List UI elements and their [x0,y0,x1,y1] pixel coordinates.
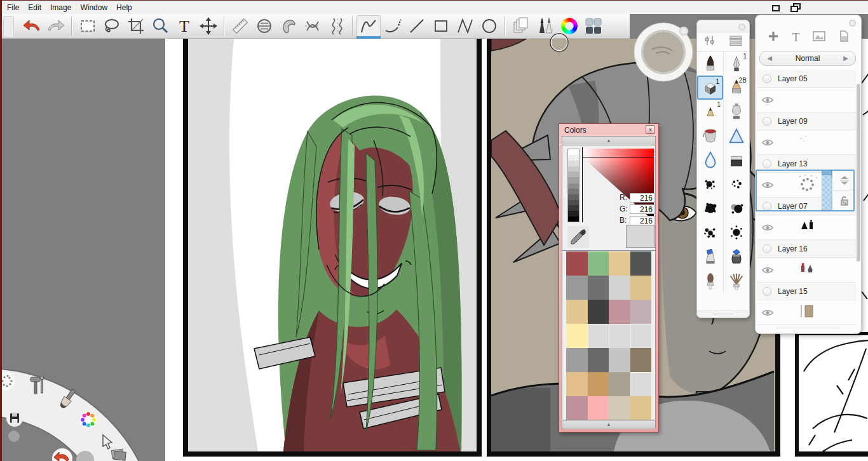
colors-collapse-bar-bottom[interactable]: ▲ [562,420,655,429]
layer-thumb-row[interactable] [757,88,856,112]
channel-value-b[interactable]: 216 [630,216,655,225]
palette-swatch[interactable] [566,324,588,348]
tool-ruler-icon[interactable] [228,15,252,37]
tool-text-icon[interactable]: T [172,15,196,37]
tool-crop-icon[interactable] [124,15,148,37]
layers-panel-resize-handle[interactable] [776,328,840,330]
tool-curve-icon[interactable] [356,15,381,37]
blend-next-icon[interactable]: ▶ [837,52,854,63]
palette-swatch[interactable] [588,300,609,324]
brush-fan-brush[interactable] [723,269,749,293]
panel-gadget-icon[interactable] [738,23,745,30]
palette-swatch[interactable] [566,251,588,276]
comic-panel-1[interactable] [183,39,482,457]
brush-marker-blue[interactable] [697,244,723,269]
palette-swatch[interactable] [609,396,630,420]
colors-collapse-bar[interactable]: ▲ [562,137,655,145]
add-layer-button[interactable] [768,30,779,44]
palette-swatch[interactable] [588,276,609,300]
tool-line-icon[interactable] [405,15,429,37]
tool-smudge-icon[interactable] [276,15,301,37]
palette-swatch[interactable] [609,372,630,396]
tool-rect-select-icon[interactable] [76,15,100,37]
layer-thumb-row[interactable] [757,215,856,240]
brush-palette-header[interactable] [697,20,749,33]
layer-name-row[interactable]: Layer 09 [757,112,856,130]
tool-undo-icon[interactable] [20,15,44,37]
current-color-swatch[interactable] [626,225,655,248]
tool-distort-v-icon[interactable] [325,15,349,37]
palette-swatch[interactable] [588,372,609,396]
toolbar-grip[interactable] [3,16,14,37]
palette-swatch[interactable] [566,372,588,396]
tool-lasso-icon[interactable] [100,15,124,37]
layer-thumb-row[interactable] [757,130,856,155]
menu-item-edit[interactable]: Edit [28,3,41,12]
layer-radio[interactable] [763,159,771,168]
menu-item-file[interactable]: File [7,3,19,12]
brush-ink-brush[interactable] [697,51,723,76]
tool-ellipse-icon[interactable] [477,15,501,37]
layer-name-row[interactable]: Layer 16 [757,240,856,258]
layer-name-row[interactable]: Layer 15 [757,283,856,300]
brush-settings-icon[interactable] [704,36,715,48]
brush-gradient-triangle[interactable] [723,124,749,148]
palette-swatch[interactable] [588,324,609,348]
loupe-widget[interactable] [633,22,695,83]
brush-splatter-small[interactable] [697,172,723,196]
layer-lock-icon[interactable] [833,190,855,210]
tool-duplicate-layers-icon[interactable] [509,15,533,37]
layers-scrollbar[interactable] [857,84,860,262]
palette-swatch[interactable] [566,396,588,420]
menu-item-window[interactable]: Window [80,3,107,12]
tool-dotted-curve-icon[interactable] [381,15,405,37]
palette-swatch[interactable] [566,300,588,324]
tool-perspective-icon[interactable] [252,15,276,37]
tool-distort-h-icon[interactable] [301,15,325,37]
hue-gradient-bar[interactable] [583,149,654,157]
brush-eraser-cube[interactable]: 1 [697,76,723,100]
palette-swatch[interactable] [588,396,609,420]
tool-palette-grid-icon[interactable] [581,15,606,37]
visibility-eye-icon[interactable] [762,309,773,317]
colors-window-titlebar[interactable]: Colors x [559,124,658,136]
layer-thumb-row[interactable] [757,258,856,283]
brush-eraser-block[interactable] [723,148,749,172]
brush-round-brush[interactable] [697,269,723,293]
text-layer-button[interactable]: T [792,30,800,44]
blend-prev-icon[interactable]: ◀ [761,52,778,63]
channel-value-r[interactable]: 216 [630,193,655,203]
palette-swatch[interactable] [630,348,652,372]
palette-swatch[interactable] [630,251,652,276]
palette-swatch[interactable] [630,324,652,348]
brush-small-brush[interactable]: 1 [697,100,723,124]
brush-pencil[interactable]: 2B [723,76,749,100]
tool-rectangle-icon[interactable] [429,15,453,37]
palette-swatch[interactable] [566,276,588,300]
visibility-eye-icon[interactable] [762,266,773,274]
brush-list-icon[interactable] [729,36,742,48]
window-minimize-icon[interactable] [771,3,782,11]
brush-palette-resize-handle[interactable] [697,311,749,317]
brush-paint-bucket[interactable] [697,124,723,148]
grayscale-ramp[interactable] [567,149,580,222]
layer-opacity-strip[interactable] [822,170,832,210]
eyedropper-button[interactable] [567,226,589,248]
tool-wheel[interactable] [2,353,154,461]
comic-panel-3[interactable] [795,332,868,461]
brush-palette[interactable]: 112B1 [696,20,750,318]
brush-blob-large[interactable] [697,196,723,220]
brush-splatter-scatter[interactable] [697,220,723,244]
palette-swatch[interactable] [609,324,630,348]
brush-pen[interactable]: 1 [723,51,749,76]
palette-swatch[interactable] [588,251,609,276]
visibility-eye-icon[interactable] [762,138,773,147]
layer-radio[interactable] [763,117,771,126]
brush-airbrush[interactable] [723,100,749,124]
layer-opacity-handle[interactable] [822,170,832,175]
layer-radio[interactable] [763,287,771,296]
brush-blob-gray[interactable] [723,196,749,220]
palette-swatch[interactable] [630,276,652,300]
palette-swatch[interactable] [609,276,630,300]
palette-swatch[interactable] [630,300,652,324]
